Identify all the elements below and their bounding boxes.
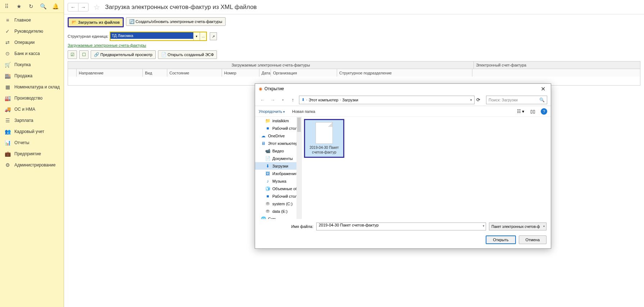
scrollbar[interactable] <box>296 117 301 219</box>
sidebar-item-11[interactable]: 📊Отчеты <box>0 137 64 148</box>
open-esf-button[interactable]: 📄 Открыть созданный ЭСФ <box>158 50 217 59</box>
create-update-button[interactable]: 🔄 Создать/обновить электронные счета-фак… <box>126 17 226 26</box>
preview-pane-button[interactable]: ▯▯ <box>529 108 537 115</box>
tree-item-3[interactable]: 🖥Этот компьютер <box>255 139 301 147</box>
path-folder[interactable]: Загрузки <box>342 98 358 102</box>
sidebar-icon: 🏭 <box>4 95 11 101</box>
close-button[interactable]: ✕ <box>536 84 550 94</box>
sidebar-top-toolbar: ⠿ ★ ↻ 🔍 🔔 <box>0 0 64 13</box>
sidebar-item-10[interactable]: 👥Кадровый учет <box>0 126 64 137</box>
tree-item-8[interactable]: ♪Музыка <box>255 177 301 185</box>
nav-up-button[interactable]: ↑ <box>289 96 297 104</box>
search-icon[interactable]: 🔍 <box>40 4 46 9</box>
back-button[interactable]: ← <box>68 3 78 11</box>
sidebar-item-0[interactable]: ≡Главное <box>0 14 64 26</box>
tree-item-2[interactable]: ☁OneDrive <box>255 132 301 139</box>
filename-input[interactable]: 2019-04-30 Пакет счетов-фактур ▾ <box>316 223 486 230</box>
sidebar-item-6[interactable]: ▦Номенклатура и склад <box>0 81 64 92</box>
file-filter-select[interactable]: Пакет электронных счетов-ф ▾ <box>489 223 547 230</box>
path-dropdown-button[interactable]: ▾ <box>470 98 472 102</box>
sidebar-item-8[interactable]: 🚚ОС и НМА <box>0 104 64 115</box>
tree-label: instalkkm <box>272 119 289 123</box>
col-check[interactable] <box>68 69 77 77</box>
sidebar-label: Отчеты <box>14 140 29 145</box>
favorite-icon[interactable]: ☆ <box>94 3 100 12</box>
sidebar-item-7[interactable]: 🏭Производство <box>0 92 64 104</box>
nav-forward-button[interactable]: → <box>269 96 277 104</box>
filename-label: Имя файла: <box>259 224 313 229</box>
sidebar-item-2[interactable]: ⇄Операции <box>0 37 64 48</box>
open-button[interactable]: Открыть <box>486 235 516 244</box>
sidebar-item-5[interactable]: 🏬Продажа <box>0 70 64 81</box>
history-icon[interactable]: ↻ <box>28 4 34 9</box>
apps-icon[interactable]: ⠿ <box>4 4 9 9</box>
file-item[interactable]: 2019-04-30 Пакет счетов-фактур <box>304 119 344 158</box>
tree-label: system (C:) <box>272 202 292 206</box>
struct-input[interactable] <box>110 32 193 39</box>
chevron-down-icon[interactable]: ▾ <box>543 225 545 228</box>
tree-item-10[interactable]: ■Рабочий стол <box>255 192 301 200</box>
tree-item-7[interactable]: 🖼Изображения <box>255 170 301 177</box>
deselect-all-button[interactable]: ☐ <box>79 50 89 59</box>
view-mode-button[interactable]: ☷ ▾ <box>516 108 525 115</box>
load-from-files-button[interactable]: 📂 Загрузить из файлов <box>68 17 124 27</box>
star-icon[interactable]: ★ <box>16 4 22 9</box>
sidebar-item-13[interactable]: ⚙Администрирование <box>0 159 64 170</box>
col-org[interactable]: Организация <box>271 69 337 77</box>
struct-dropdown-button[interactable]: ▾ <box>193 32 200 40</box>
tree-icon: ■ <box>265 194 270 199</box>
tree-label: data (E:) <box>272 209 287 214</box>
search-input[interactable]: Поиск: Загрузки 🔍 <box>486 96 547 104</box>
path-root[interactable]: Этот компьютер <box>309 98 338 102</box>
col-subdiv[interactable]: Структурное подразделение <box>337 69 472 77</box>
dialog-footer: Имя файла: 2019-04-30 Пакет счетов-факту… <box>255 219 551 234</box>
sidebar: ⠿ ★ ↻ 🔍 🔔 ≡Главное✓Руководителю⇄Операции… <box>0 0 64 307</box>
col-state[interactable]: Состояние <box>167 69 222 77</box>
tree-icon: ■ <box>265 126 270 131</box>
help-button[interactable]: ? <box>541 108 547 115</box>
forward-button[interactable]: → <box>78 3 88 11</box>
tree-item-13[interactable]: 🌐Сеть <box>255 215 301 219</box>
tree-item-6[interactable]: ⬇Загрузки <box>255 162 301 170</box>
tree-item-4[interactable]: 📹Видео <box>255 147 301 155</box>
button-label: Предварительный просмотр <box>100 52 153 57</box>
tree-item-11[interactable]: ⛃system (C:) <box>255 200 301 207</box>
section-title[interactable]: Загружаемые электронные счета-фактуры <box>64 42 644 48</box>
sidebar-icon: ⊙ <box>4 50 11 57</box>
tree-item-5[interactable]: 📄Документы <box>255 155 301 162</box>
dialog-nav: ← → ▾ ↑ ⬇ › Этот компьютер › Загрузки ▾ … <box>255 94 551 106</box>
nav-back-button[interactable]: ← <box>259 96 267 104</box>
cancel-button[interactable]: Отмена <box>519 235 547 244</box>
refresh-button[interactable]: ⟳ <box>474 96 482 104</box>
sidebar-item-4[interactable]: 🛒Покупка <box>0 59 64 70</box>
app-icon: ◉ <box>259 86 262 91</box>
struct-more-button[interactable]: … <box>200 32 206 40</box>
tree-item-9[interactable]: 🧊Объемные объ <box>255 185 301 192</box>
sidebar-item-12[interactable]: 💼Предприятие <box>0 148 64 159</box>
tree-item-0[interactable]: 📁instalkkm <box>255 117 301 124</box>
structural-unit-row: Структурная единица: ▾ … ↗ <box>64 30 644 42</box>
organize-button[interactable]: Упорядочить <box>259 109 285 114</box>
new-folder-button[interactable]: Новая папка <box>292 109 315 114</box>
sidebar-item-9[interactable]: ☰Зарплата <box>0 115 64 126</box>
col-direction[interactable]: Направление <box>77 69 143 77</box>
bell-icon[interactable]: 🔔 <box>53 4 58 9</box>
tree-item-12[interactable]: ⛃data (E:) <box>255 207 301 215</box>
sidebar-item-3[interactable]: ⊙Банк и касса <box>0 48 64 59</box>
col-esf[interactable] <box>472 69 640 77</box>
sidebar-icon: 💼 <box>4 151 11 157</box>
tree-item-1[interactable]: ■Рабочий стол <box>255 124 301 132</box>
chevron-down-icon[interactable]: ▾ <box>483 224 484 228</box>
sidebar-item-1[interactable]: ✓Руководителю <box>0 26 64 37</box>
col-number[interactable]: Номер <box>222 69 259 77</box>
nav-history-button[interactable]: ▾ <box>279 96 287 104</box>
preview-button[interactable]: 🔗 Предварительный просмотр <box>91 50 156 59</box>
struct-open-button[interactable]: ↗ <box>210 32 217 40</box>
col-date[interactable]: Дата <box>259 69 271 77</box>
search-placeholder: Поиск: Загрузки <box>489 98 518 102</box>
path-bar[interactable]: ⬇ › Этот компьютер › Загрузки ▾ ⟳ <box>299 96 475 104</box>
file-pane[interactable]: 2019-04-30 Пакет счетов-фактур <box>302 117 551 219</box>
select-all-button[interactable]: ☑ <box>68 50 77 59</box>
col-type[interactable]: Вид <box>143 69 167 77</box>
tree-icon: ♪ <box>265 179 270 184</box>
